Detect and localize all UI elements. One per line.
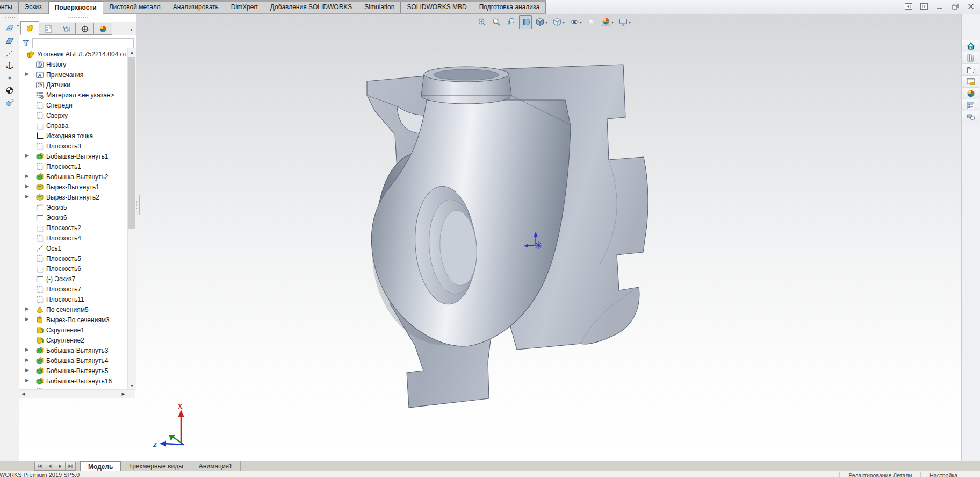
scroll-left-arrow[interactable]: ◀ [19, 390, 27, 397]
displaymanager-tab-button[interactable] [94, 23, 112, 35]
expand-arrow-icon[interactable]: ▶ [25, 71, 29, 76]
dimxpertmanager-tab-button[interactable] [76, 23, 94, 35]
ribbon-tab[interactable]: Поверхности [48, 1, 103, 14]
tree-horizontal-scrollbar[interactable]: ◀ ▶ [19, 389, 135, 398]
toolbar-grip[interactable] [5, 16, 15, 19]
ribbon-tab[interactable]: SOLIDWORKS MBD [401, 2, 473, 13]
expand-arrow-icon[interactable]: ▶ [25, 367, 29, 373]
minimize-button[interactable] [935, 2, 945, 11]
design-library-button[interactable] [962, 64, 979, 76]
scroll-thumb[interactable] [128, 57, 135, 229]
featuremanager-tab-button[interactable] [20, 21, 39, 35]
tree-item[interactable]: Плоскость5 [19, 253, 128, 264]
sheet-nav-prev-button[interactable] [45, 462, 55, 471]
tree-item[interactable]: Плоскость4 [19, 233, 128, 243]
tree-item[interactable]: Плоскость3 [19, 141, 128, 151]
tree-item[interactable]: ▶Бобышка-Вытянуть5 [19, 366, 128, 376]
dropdown-caret-icon[interactable]: ▾ [611, 20, 614, 25]
plane-filled-tool-button[interactable] [0, 34, 19, 47]
ribbon-tab[interactable]: Добавления SOLIDWORKS [264, 2, 359, 13]
comments-button[interactable] [962, 111, 979, 123]
scroll-right-arrow[interactable]: ▶ [119, 390, 127, 397]
tree-item[interactable]: Плоскость7 [19, 284, 128, 294]
tree-item[interactable]: ▶Вырез-Вытянуть2 [19, 192, 128, 202]
coordinate-system-button[interactable] [0, 59, 19, 72]
expand-arrow-icon[interactable]: ▶ [25, 316, 29, 322]
tree-item[interactable]: Эскиз5 [19, 202, 128, 212]
ribbon-tab[interactable]: Анализировать [167, 2, 225, 13]
tree-item[interactable]: ▶Бобышка-Вытянуть1 [19, 151, 128, 161]
panel-grip[interactable] [19, 14, 136, 22]
bottom-tab[interactable]: Анимация1 [191, 461, 241, 471]
previous-view-button[interactable] [505, 15, 517, 29]
tree-item[interactable]: ▶Вырез-Вытянуть1 [19, 182, 128, 192]
dropdown-caret-icon[interactable]: ▾ [563, 20, 565, 25]
restore-button[interactable] [950, 2, 960, 11]
tree-item[interactable]: Плоскость6 [19, 264, 128, 274]
expand-arrow-icon[interactable]: ▶ [25, 347, 29, 352]
expand-arrow-icon[interactable]: ▶ [25, 183, 29, 189]
dropdown-caret-icon[interactable]: ▾ [545, 20, 547, 25]
sheet-nav-next-button[interactable] [55, 462, 65, 471]
tree-item[interactable]: Исходная точка [19, 131, 128, 141]
manager-tabs-overflow-chevron[interactable]: › [126, 24, 136, 35]
section-view-button[interactable] [519, 15, 532, 29]
bottom-tab[interactable]: Модель [80, 461, 121, 471]
ribbon-tab[interactable]: Элементы [0, 2, 19, 13]
tree-item[interactable]: Сверху [19, 110, 128, 120]
tree-item[interactable]: ▶Бобышка-Вытянуть16 [19, 376, 128, 386]
tree-item[interactable]: Датчики [19, 80, 128, 90]
expand-arrow-icon[interactable]: ▶ [25, 306, 29, 311]
tree-item[interactable]: ▶Вырез-По сечениям3 [19, 315, 128, 325]
custom-properties-button[interactable] [962, 99, 979, 111]
tree-item[interactable]: Угольник АБЕЛ.752214.004 отливка [19, 49, 128, 59]
scroll-down-arrow[interactable]: ▼ [128, 382, 136, 390]
tree-item[interactable]: ▶Бобышка-Вытянуть3 [19, 345, 128, 355]
ribbon-tab[interactable]: Эскиз [19, 2, 48, 13]
tree-item[interactable]: ▶По сечениям5 [19, 304, 128, 315]
tree-item[interactable]: Эскиз6 [19, 212, 128, 223]
tree-item[interactable]: Спереди [19, 100, 128, 110]
tree-item[interactable]: ▶AПримечания [19, 69, 128, 80]
tree-item[interactable]: ▶Бобышка-Вытянуть2 [19, 172, 128, 182]
center-of-mass-button[interactable] [0, 84, 19, 96]
tree-item[interactable]: Плоскость2 [19, 223, 128, 233]
tree-item[interactable]: Материал <не указан> [19, 90, 128, 100]
graphics-area[interactable]: X Z ▾▾▾▾▾ [19, 14, 962, 461]
apply-scene-button[interactable]: ▾ [600, 15, 615, 29]
mate-reference-button[interactable] [0, 96, 19, 109]
tree-item[interactable]: (-) Эскиз7 [19, 274, 128, 284]
plane-tool-button[interactable]: ▾ [0, 22, 19, 34]
tree-item[interactable]: ▶Бобышка-Вытянуть4 [19, 355, 128, 366]
tree-item[interactable]: Ось1 [19, 243, 128, 253]
home-button[interactable] [962, 40, 979, 52]
bottom-tab[interactable]: Трехмерные виды [121, 461, 191, 471]
configurationmanager-tab-button[interactable] [57, 23, 76, 35]
sheet-nav-last-button[interactable] [65, 462, 76, 471]
zoom-fit-button[interactable] [475, 15, 488, 29]
edit-appearance-button[interactable] [585, 15, 598, 29]
expand-arrow-icon[interactable]: ▶ [25, 378, 29, 383]
expand-arrow-icon[interactable]: ▶ [25, 194, 29, 199]
tree-item[interactable]: Плоскость1 [19, 161, 128, 172]
expand-arrow-icon[interactable]: ▶ [25, 173, 29, 179]
solidworks-resources-button[interactable] [962, 52, 979, 64]
tree-item[interactable]: Справа [19, 120, 128, 131]
file-explorer-button[interactable] [962, 76, 979, 88]
tree-vertical-scrollbar[interactable]: ▲ ▼ [127, 48, 136, 390]
tree-item[interactable]: History [19, 59, 128, 69]
axis-tool-button[interactable] [0, 47, 19, 59]
dropdown-caret-icon[interactable]: ▾ [580, 20, 582, 25]
pane-right-button[interactable] [919, 2, 929, 11]
ribbon-tab[interactable]: Листовой металл [103, 2, 167, 13]
ribbon-tab[interactable]: Подготовка анализа [473, 2, 546, 13]
zoom-area-button[interactable] [490, 15, 503, 29]
display-style-button[interactable]: ▾ [551, 15, 566, 29]
close-button[interactable] [966, 2, 976, 11]
appearances-button[interactable] [962, 88, 979, 99]
point-tool-button[interactable] [0, 72, 19, 84]
tree-item[interactable]: Скругление2 [19, 335, 128, 345]
scroll-up-arrow[interactable]: ▲ [128, 48, 136, 56]
ribbon-tab[interactable]: DimXpert [225, 2, 264, 13]
sheet-nav-first-button[interactable] [34, 462, 45, 471]
